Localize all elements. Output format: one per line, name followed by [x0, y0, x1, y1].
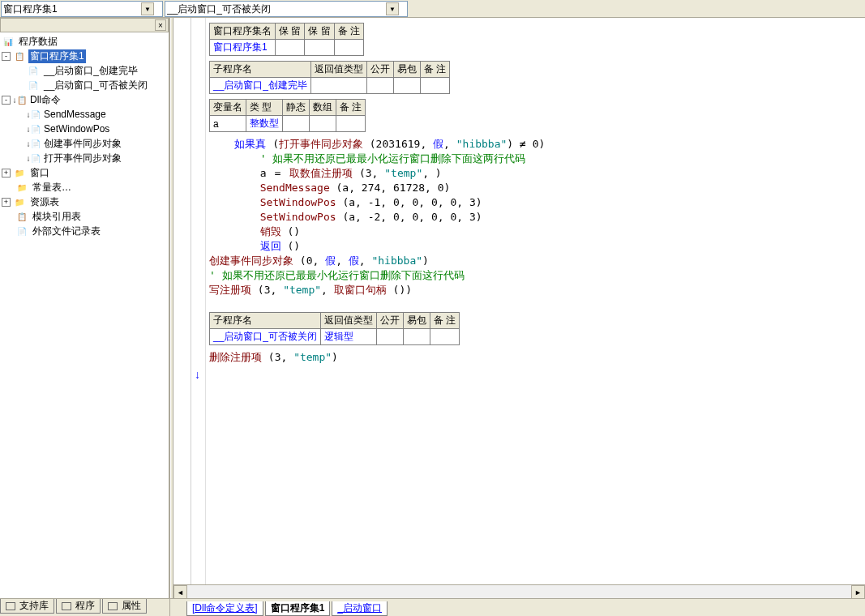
tree-node[interactable]: +📁窗口 — [2, 165, 167, 180]
node-icon: ↓📋 — [13, 94, 26, 105]
scroll-left-icon[interactable]: ◄ — [173, 585, 187, 599]
node-label: 常量表… — [31, 181, 73, 195]
expand-icon — [13, 66, 24, 75]
bottom-tabs-left: 支持库程序属性 — [0, 599, 170, 616]
table-cell[interactable] — [283, 116, 310, 132]
bottom-tabs-right: [Dll命令定义表]窗口程序集1_启动窗口 — [170, 599, 389, 616]
tab-icon — [6, 601, 17, 611]
table-cell[interactable] — [336, 116, 366, 132]
node-label: 外部文件记录表 — [31, 225, 102, 238]
node-icon: 📄 — [15, 225, 28, 237]
table-cell[interactable]: 窗口程序集1 — [210, 40, 276, 56]
project-tree[interactable]: 📊 程序数据 -📋窗口程序集1📄__启动窗口_创建完毕📄__启动窗口_可否被关闭… — [0, 32, 169, 598]
table-header: 返回值类型 — [321, 313, 377, 329]
node-label: Dll命令 — [28, 93, 62, 107]
code-line[interactable]: 如果真 (打开事件同步对象 (2031619, 假, "hibbba") ≠ 0… — [209, 137, 860, 152]
code-line[interactable]: SetWindowPos (a, -1, 0, 0, 0, 0, 3) — [209, 195, 860, 210]
editor-tab[interactable]: 窗口程序集1 — [265, 601, 331, 616]
tab-label: 属性 — [122, 599, 141, 613]
table-cell[interactable]: a — [210, 116, 246, 132]
table-cell[interactable] — [305, 40, 334, 56]
tree-node[interactable]: ↓📄创建事件同步对象 — [2, 136, 167, 151]
combo-assembly-input[interactable] — [3, 3, 141, 15]
editor-tab[interactable]: [Dll命令定义表] — [186, 601, 263, 616]
tree-node[interactable]: ↓📄打开事件同步对象 — [2, 151, 167, 165]
scroll-track[interactable] — [187, 585, 851, 598]
code-line[interactable]: a ＝ 取数值注册项 (3, "temp", ) — [209, 166, 860, 181]
table-cell[interactable] — [334, 40, 363, 56]
tree-node[interactable]: 📁常量表… — [2, 180, 167, 195]
table-header: 返回值类型 — [311, 62, 367, 78]
table-cell[interactable] — [276, 40, 305, 56]
table-header: 类 型 — [246, 100, 283, 116]
scroll-right-icon[interactable]: ► — [851, 585, 865, 599]
code-line[interactable]: SendMessage (a, 274, 61728, 0) — [209, 181, 860, 195]
table-header: 子程序名 — [210, 62, 311, 78]
tree-node[interactable]: 📄__启动窗口_创建完毕 — [2, 63, 167, 78]
expand-icon[interactable]: - — [2, 96, 11, 105]
editor-tab[interactable]: _启动窗口 — [332, 601, 388, 616]
table-header: 易包 — [394, 62, 421, 78]
table-cell[interactable] — [404, 329, 430, 345]
table-header: 子程序名 — [210, 313, 321, 329]
table-cell[interactable] — [430, 329, 460, 345]
tree-root-label: 程序数据 — [17, 35, 59, 49]
table-cell[interactable] — [421, 78, 450, 94]
bottom-tab[interactable]: 支持库 — [0, 599, 54, 614]
expand-icon — [13, 154, 24, 163]
table-cell[interactable] — [311, 78, 367, 94]
tree-node[interactable]: +📁资源表 — [2, 195, 167, 209]
code-line[interactable]: SetWindowPos (a, -2, 0, 0, 0, 0, 3) — [209, 210, 860, 225]
data-icon: 📊 — [2, 36, 15, 47]
horizontal-scrollbar[interactable]: ◄ ► — [173, 584, 865, 598]
node-label: SetWindowPos — [42, 123, 111, 135]
combo-subroutine-input[interactable] — [167, 3, 386, 15]
combo-assembly[interactable]: ▼ — [1, 1, 163, 17]
code-line[interactable]: 销毁 () — [209, 225, 860, 239]
code-line[interactable]: 返回 () — [209, 239, 860, 254]
node-icon: ↓📄 — [27, 123, 40, 135]
close-icon[interactable]: × — [155, 19, 166, 31]
table-cell[interactable] — [310, 116, 336, 132]
expand-icon — [13, 110, 24, 119]
table-cell[interactable]: __启动窗口_可否被关闭 — [210, 329, 321, 345]
code-block-2[interactable]: 删除注册项 (3, "temp") — [209, 350, 860, 365]
expand-icon[interactable]: + — [2, 198, 11, 207]
code-line[interactable]: 写注册项 (3, "temp", 取窗口句柄 ()) — [209, 283, 860, 297]
table-cell[interactable] — [394, 78, 421, 94]
table-header: 数组 — [310, 100, 336, 116]
tree-node[interactable]: 📋模块引用表 — [2, 209, 167, 224]
code-line[interactable]: 创建事件同步对象 (0, 假, 假, "hibbba") — [209, 254, 860, 268]
tree-node[interactable]: ↓📄SetWindowPos — [2, 122, 167, 136]
code-block-1[interactable]: 如果真 (打开事件同步对象 (2031619, 假, "hibbba") ≠ 0… — [209, 137, 860, 297]
table-header: 公开 — [367, 62, 394, 78]
expand-icon[interactable]: - — [2, 52, 11, 61]
tree-node[interactable]: -📋窗口程序集1 — [2, 49, 167, 63]
code-line[interactable]: ' 如果不用还原已最最小化运行窗口删除下面这两行代码 — [209, 152, 860, 166]
table-cell[interactable]: 整数型 — [246, 116, 283, 132]
bottom-tab[interactable]: 属性 — [102, 599, 147, 614]
tree-node[interactable]: 📄外部文件记录表 — [2, 224, 167, 238]
node-icon: 📁 — [15, 182, 28, 193]
table-cell[interactable] — [367, 78, 394, 94]
combo-subroutine[interactable]: ▼ — [165, 1, 408, 17]
code-line[interactable]: 删除注册项 (3, "temp") — [209, 350, 860, 365]
table-sub1: 子程序名返回值类型公开易包备 注__启动窗口_创建完毕 — [209, 61, 450, 94]
tree-node[interactable]: -↓📋Dll命令 — [2, 92, 167, 107]
tree-node[interactable]: ↓📄SendMessage — [2, 107, 167, 122]
chevron-down-icon[interactable]: ▼ — [386, 2, 399, 15]
table-header: 公开 — [377, 313, 404, 329]
code-line[interactable]: ' 如果不用还原已最最小化运行窗口删除下面这行代码 — [209, 268, 860, 283]
table-cell[interactable]: __启动窗口_创建完毕 — [210, 78, 311, 94]
table-cell[interactable] — [377, 329, 404, 345]
expand-icon[interactable]: + — [2, 169, 11, 178]
chevron-down-icon[interactable]: ▼ — [141, 2, 154, 15]
table-cell[interactable]: 逻辑型 — [321, 329, 377, 345]
table-header: 静态 — [283, 100, 310, 116]
tree-node[interactable]: 📄__启动窗口_可否被关闭 — [2, 78, 167, 92]
node-icon: 📁 — [13, 167, 26, 178]
code-area[interactable]: 窗口程序集名保 留保 留备 注窗口程序集1 子程序名返回值类型公开易包备 注__… — [173, 18, 865, 584]
tree-root: 📊 程序数据 — [2, 34, 167, 49]
bottom-tab[interactable]: 程序 — [56, 599, 101, 614]
node-label: 创建事件同步对象 — [42, 137, 123, 151]
